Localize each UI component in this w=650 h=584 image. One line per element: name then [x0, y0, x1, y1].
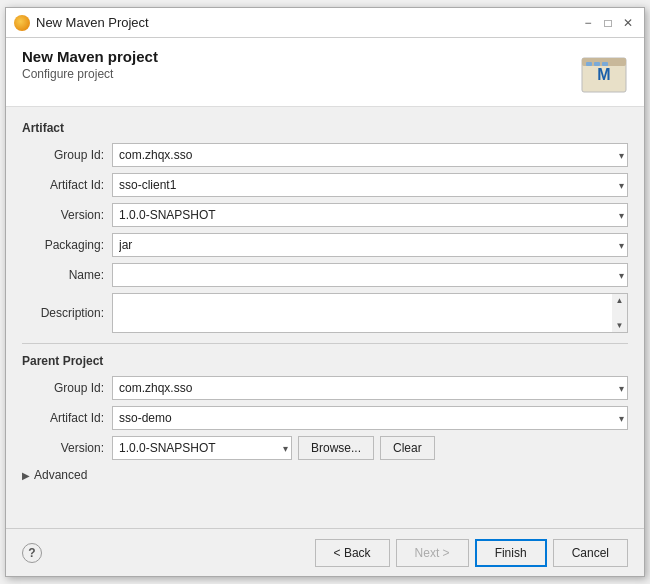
maximize-button[interactable]: □	[600, 15, 616, 31]
footer-right: < Back Next > Finish Cancel	[315, 539, 628, 567]
parent-artifact-id-row: Artifact Id: sso-demo ▾	[22, 406, 628, 430]
advanced-label: Advanced	[34, 468, 87, 482]
parent-version-controls: 1.0.0-SNAPSHOT 1.0.0 2.0.0-SNAPSHOT ▾ Br…	[112, 436, 435, 460]
name-select-wrapper: ▾	[112, 263, 628, 287]
group-id-row: Group Id: com.zhqx.sso ▾	[22, 143, 628, 167]
parent-group-id-row: Group Id: com.zhqx.sso ▾	[22, 376, 628, 400]
browse-button[interactable]: Browse...	[298, 436, 374, 460]
name-label: Name:	[22, 268, 112, 282]
footer: ? < Back Next > Finish Cancel	[6, 528, 644, 576]
artifact-id-row: Artifact Id: sso-client1 ▾	[22, 173, 628, 197]
version-label: Version:	[22, 208, 112, 222]
parent-artifact-id-select-wrapper: sso-demo ▾	[112, 406, 628, 430]
artifact-section-label: Artifact	[22, 121, 628, 135]
window-title: New Maven Project	[36, 15, 149, 30]
group-id-select-wrapper: com.zhqx.sso ▾	[112, 143, 628, 167]
header-text: New Maven project Configure project	[22, 48, 158, 81]
parent-section: Parent Project Group Id: com.zhqx.sso ▾ …	[22, 354, 628, 460]
title-controls: − □ ✕	[580, 15, 636, 31]
section-divider	[22, 343, 628, 344]
advanced-row[interactable]: ▶ Advanced	[22, 468, 628, 482]
description-label: Description:	[22, 306, 112, 320]
minimize-button[interactable]: −	[580, 15, 596, 31]
parent-group-id-select[interactable]: com.zhqx.sso	[112, 376, 628, 400]
group-id-select[interactable]: com.zhqx.sso	[112, 143, 628, 167]
clear-button[interactable]: Clear	[380, 436, 435, 460]
description-input[interactable]	[112, 293, 628, 333]
parent-version-select[interactable]: 1.0.0-SNAPSHOT 1.0.0 2.0.0-SNAPSHOT	[112, 436, 292, 460]
parent-section-label: Parent Project	[22, 354, 628, 368]
finish-button[interactable]: Finish	[475, 539, 547, 567]
parent-artifact-id-select[interactable]: sso-demo	[112, 406, 628, 430]
svg-text:M: M	[597, 66, 610, 83]
header-section: New Maven project Configure project M	[6, 38, 644, 107]
close-button[interactable]: ✕	[620, 15, 636, 31]
parent-group-id-label: Group Id:	[22, 381, 112, 395]
version-select-wrapper: 1.0.0-SNAPSHOT 1.0.0 2.0.0-SNAPSHOT ▾	[112, 203, 628, 227]
group-id-label: Group Id:	[22, 148, 112, 162]
title-bar-left: New Maven Project	[14, 15, 149, 31]
parent-version-row: Version: 1.0.0-SNAPSHOT 1.0.0 2.0.0-SNAP…	[22, 436, 628, 460]
header-subtitle: Configure project	[22, 67, 158, 81]
help-button[interactable]: ?	[22, 543, 42, 563]
svg-rect-5	[602, 62, 608, 66]
cancel-button[interactable]: Cancel	[553, 539, 628, 567]
parent-version-label: Version:	[22, 441, 112, 455]
packaging-select[interactable]: jar war pom ear	[112, 233, 628, 257]
main-window: New Maven Project − □ ✕ New Maven projec…	[5, 7, 645, 577]
parent-version-select-wrapper: 1.0.0-SNAPSHOT 1.0.0 2.0.0-SNAPSHOT ▾	[112, 436, 292, 460]
maven-title-icon	[14, 15, 30, 31]
packaging-select-wrapper: jar war pom ear ▾	[112, 233, 628, 257]
scroll-up-icon[interactable]: ▲	[616, 296, 624, 305]
artifact-id-select[interactable]: sso-client1	[112, 173, 628, 197]
parent-group-id-select-wrapper: com.zhqx.sso ▾	[112, 376, 628, 400]
scroll-down-icon[interactable]: ▼	[616, 321, 624, 330]
name-select[interactable]	[112, 263, 628, 287]
packaging-row: Packaging: jar war pom ear ▾	[22, 233, 628, 257]
description-scrollbar[interactable]: ▲ ▼	[612, 293, 628, 333]
header-maven-icon: M	[580, 48, 628, 96]
packaging-label: Packaging:	[22, 238, 112, 252]
advanced-expand-icon: ▶	[22, 470, 30, 481]
description-row: Description: ▲ ▼	[22, 293, 628, 333]
header-title: New Maven project	[22, 48, 158, 65]
content-area: Artifact Group Id: com.zhqx.sso ▾ Artifa…	[6, 107, 644, 528]
parent-artifact-id-label: Artifact Id:	[22, 411, 112, 425]
svg-rect-4	[594, 62, 600, 66]
description-wrapper: ▲ ▼	[112, 293, 628, 333]
version-select[interactable]: 1.0.0-SNAPSHOT 1.0.0 2.0.0-SNAPSHOT	[112, 203, 628, 227]
name-row: Name: ▾	[22, 263, 628, 287]
back-button[interactable]: < Back	[315, 539, 390, 567]
artifact-id-label: Artifact Id:	[22, 178, 112, 192]
title-bar: New Maven Project − □ ✕	[6, 8, 644, 38]
svg-rect-3	[586, 62, 592, 66]
artifact-id-select-wrapper: sso-client1 ▾	[112, 173, 628, 197]
footer-left: ?	[22, 543, 42, 563]
version-row: Version: 1.0.0-SNAPSHOT 1.0.0 2.0.0-SNAP…	[22, 203, 628, 227]
next-button[interactable]: Next >	[396, 539, 469, 567]
